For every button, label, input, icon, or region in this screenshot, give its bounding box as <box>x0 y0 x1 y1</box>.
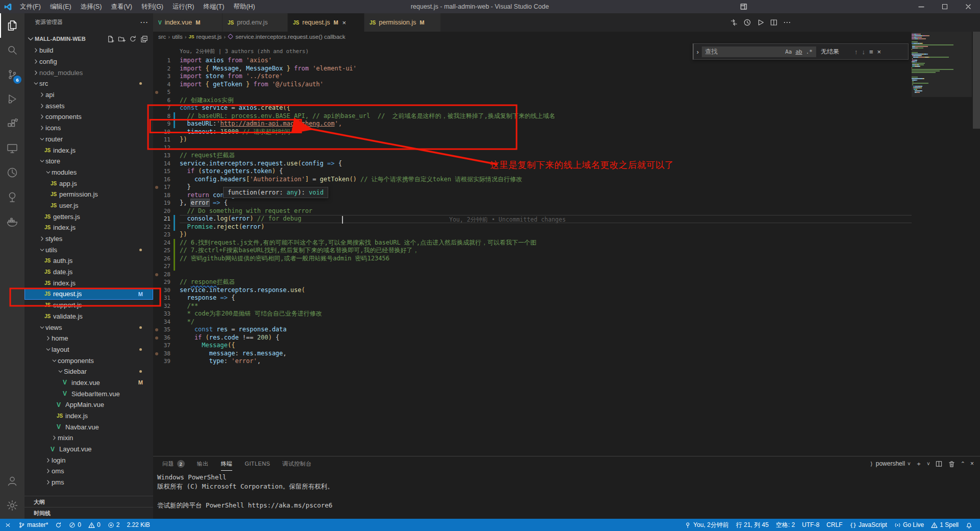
tree-item-home[interactable]: home <box>24 333 153 344</box>
new-terminal-icon[interactable]: ＋ <box>916 460 922 468</box>
glyph-margin[interactable] <box>153 231 160 239</box>
code-line-30[interactable]: 30service.interceptors.response.use( <box>153 286 912 295</box>
file-history-icon[interactable] <box>743 18 751 27</box>
find-next-icon[interactable]: ↓ <box>862 48 866 56</box>
tab-prod.env.js[interactable]: JSprod.env.js <box>223 13 288 32</box>
tab-request.js[interactable]: JSrequest.jsM× <box>288 13 364 32</box>
glyph-margin[interactable] <box>153 160 160 168</box>
code-line-12[interactable]: 12 <box>153 144 912 152</box>
glyph-margin[interactable] <box>153 239 160 247</box>
code-line-24[interactable]: 24// 6.找到request.js文件,有的可能不叫这个名字,可以全局搜索找… <box>153 239 912 247</box>
code-line-15[interactable]: 15 if (store.getters.token) { <box>153 167 912 176</box>
panel-tab-输出[interactable]: 输出 <box>197 456 209 471</box>
new-folder-icon[interactable] <box>118 35 126 43</box>
project-section-header[interactable]: MALL-ADMIN-WEB <box>24 33 153 44</box>
panel-tab-问题[interactable]: 问题2 <box>162 456 185 471</box>
breadcrumb-request.js[interactable]: JSrequest.js <box>188 34 222 40</box>
glyph-margin[interactable] <box>153 247 160 255</box>
tree-item-index.js[interactable]: JSindex.js <box>24 277 153 288</box>
run-file-icon[interactable] <box>756 18 765 27</box>
tree-item-router[interactable]: router <box>24 134 153 145</box>
code-editor[interactable]: You, 2分钟前 | 3 authors (zhh and others) 1… <box>153 41 912 456</box>
code-line-22[interactable]: 22 Promise.reject(error) <box>153 223 912 231</box>
minimap[interactable] <box>912 34 972 93</box>
code-line-27[interactable]: 27 <box>153 262 912 271</box>
glyph-margin[interactable] <box>153 144 160 152</box>
extensions-icon[interactable] <box>0 111 24 136</box>
tree-item-build[interactable]: build <box>24 45 153 56</box>
docker-icon[interactable] <box>0 209 24 234</box>
minimize-button[interactable] <box>910 0 933 13</box>
tree-item-layout[interactable]: layout <box>24 344 153 355</box>
glyph-margin[interactable] <box>153 207 160 215</box>
tree-item-mixin[interactable]: mixin <box>24 432 153 444</box>
panel-tab-GITLENS[interactable]: GITLENS <box>244 456 270 471</box>
status-you-2分钟前[interactable]: You, 2分钟前 <box>681 519 732 531</box>
close-find-icon[interactable]: × <box>877 48 881 56</box>
glyph-margin[interactable] <box>153 286 160 295</box>
status-master-[interactable]: master* <box>15 519 52 531</box>
project-manager-icon[interactable] <box>0 185 24 209</box>
settings-icon[interactable] <box>0 493 24 518</box>
tree-item-Navbar.vue[interactable]: VNavbar.vue <box>24 421 153 432</box>
code-line-3[interactable]: 3import store from '../store' <box>153 73 912 81</box>
tree-item-icons[interactable]: icons <box>24 123 153 134</box>
regex-icon[interactable]: .* <box>806 49 813 55</box>
menu-运行[interactable]: 运行(R) <box>168 0 199 13</box>
glyph-margin[interactable] <box>153 215 160 223</box>
tree-item-login[interactable]: login <box>24 454 153 466</box>
status-行-21-列-45[interactable]: 行 21, 列 45 <box>732 519 772 531</box>
status-sync[interactable] <box>52 519 65 531</box>
tree-item-permission.js[interactable]: JSpermission.js <box>24 189 153 200</box>
code-line-23[interactable]: 23}) <box>153 231 912 239</box>
code-line-31[interactable]: 31 response => { <box>153 294 912 302</box>
whole-word-icon[interactable]: ab <box>796 49 802 55</box>
find-toggle-replace-icon[interactable]: › <box>694 48 702 56</box>
menu-帮助[interactable]: 帮助(H) <box>229 0 259 13</box>
status-2[interactable]: 2 <box>104 519 124 531</box>
tree-item-Sidebar[interactable]: Sidebar <box>24 366 153 377</box>
glyph-margin[interactable] <box>153 183 160 191</box>
shell-selector[interactable]: ⟩ powershell ˅ <box>870 460 911 467</box>
tree-item-index.vue[interactable]: Vindex.vueM <box>24 377 153 389</box>
glyph-margin[interactable] <box>153 350 160 358</box>
menu-编辑[interactable]: 编辑(E) <box>45 0 76 13</box>
tree-item-Layout.vue[interactable]: VLayout.vue <box>24 444 153 455</box>
tree-item-AppMain.vue[interactable]: VAppMain.vue <box>24 399 153 411</box>
close-tab-icon[interactable]: × <box>342 19 347 27</box>
tree-item-assets[interactable]: assets <box>24 100 153 111</box>
menu-文件[interactable]: 文件(F) <box>15 0 45 13</box>
open-changes-icon[interactable] <box>730 18 738 27</box>
status-javascript[interactable]: {}JavaScript <box>846 519 891 531</box>
glyph-margin[interactable] <box>153 104 160 112</box>
glyph-margin[interactable] <box>153 310 160 318</box>
code-line-29[interactable]: 29// respone拦截器 <box>153 278 912 286</box>
tree-item-app.js[interactable]: JSapp.js <box>24 178 153 189</box>
code-line-14[interactable]: 14service.interceptors.request.use(confi… <box>153 160 912 168</box>
new-file-icon[interactable] <box>107 35 114 43</box>
tree-item-user.js[interactable]: JSuser.js <box>24 200 153 211</box>
code-line-6[interactable]: 6// 创建axios实例 <box>153 96 912 105</box>
glyph-margin[interactable] <box>153 318 160 326</box>
code-line-34[interactable]: 34 */ <box>153 318 912 326</box>
editor-scrollbar[interactable] <box>973 32 980 455</box>
find-previous-icon[interactable]: ↑ <box>854 48 858 56</box>
glyph-margin[interactable] <box>153 120 160 128</box>
breadcrumb-service.interceptors.request.use()[interactable]: service.interceptors.request.use() callb… <box>228 34 345 40</box>
scrollbar-slider[interactable] <box>973 32 980 129</box>
glyph-margin[interactable] <box>153 191 160 200</box>
sidebar-more-actions-icon[interactable]: ⋯ <box>140 17 148 27</box>
search-icon[interactable] <box>0 38 24 62</box>
maximize-button[interactable] <box>933 0 957 13</box>
glyph-margin[interactable] <box>153 326 160 334</box>
glyph-margin[interactable] <box>153 294 160 302</box>
tree-item-index.js[interactable]: JSindex.js <box>24 222 153 233</box>
glyph-margin[interactable] <box>153 302 160 310</box>
code-line-39[interactable]: 39 type: 'error', <box>153 357 912 366</box>
tree-item-src[interactable]: src <box>24 78 153 89</box>
tree-item-support.js[interactable]: JSsupport.js <box>24 300 153 311</box>
tree-item-request.js[interactable]: JSrequest.jsM <box>24 288 153 300</box>
glyph-margin[interactable] <box>153 57 160 65</box>
code-line-8[interactable]: 8 // baseURL: process.env.BASE_API, // a… <box>153 112 912 120</box>
tree-item-modules[interactable]: modules <box>24 167 153 178</box>
